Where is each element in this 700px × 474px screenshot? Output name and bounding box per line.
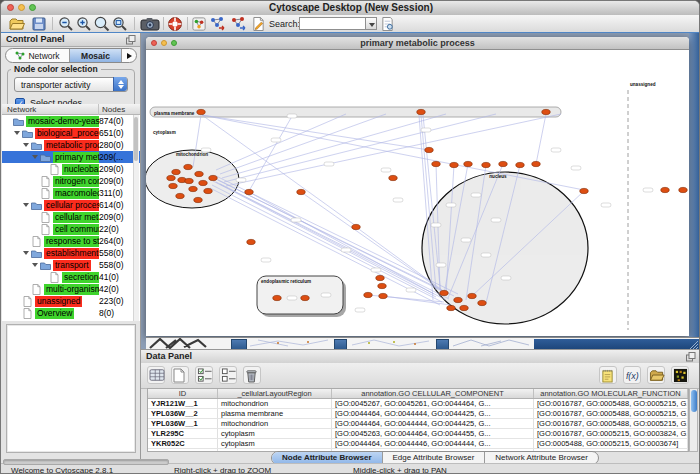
resize-grip-icon[interactable]	[688, 339, 700, 349]
float-panel-icon[interactable]	[686, 352, 696, 362]
graph-node[interactable]	[425, 147, 433, 152]
export-network-icon[interactable]	[230, 16, 248, 32]
annotation-icon[interactable]	[252, 16, 265, 32]
background-window-titlebar[interactable]	[334, 339, 347, 349]
graph-node[interactable]	[499, 161, 507, 166]
search-input[interactable]	[299, 17, 367, 30]
help-icon[interactable]	[167, 16, 183, 32]
open-attributes-icon[interactable]	[647, 366, 665, 384]
background-window-titlebar[interactable]	[231, 339, 247, 349]
tree-row[interactable]: cell communicat22(0)	[2, 223, 140, 235]
zoom-in-icon[interactable]	[76, 16, 92, 32]
graph-node[interactable]	[679, 187, 687, 192]
search-options-icon[interactable]	[381, 16, 394, 32]
tree-row[interactable]: cellular process614(0)	[2, 199, 140, 211]
tree-row[interactable]: unassigned223(0)	[2, 295, 140, 307]
graph-node[interactable]	[532, 161, 540, 166]
delete-attribute-icon[interactable]	[243, 366, 261, 384]
tree-row[interactable]: transport558(0)	[2, 259, 140, 271]
tree-row[interactable]: primary metabo209(...	[2, 151, 140, 163]
tree-row[interactable]: secretion41(0)	[2, 271, 140, 283]
graph-node[interactable]	[195, 171, 203, 176]
graph-node[interactable]	[352, 224, 360, 229]
graph-node[interactable]	[542, 109, 550, 114]
import-attributes-icon[interactable]	[599, 366, 617, 384]
tree-col-nodes[interactable]: Nodes	[102, 105, 125, 114]
zoom-selected-icon[interactable]	[94, 16, 110, 32]
tree-row[interactable]: mosaic-demo-yeast874(0)	[2, 115, 140, 127]
graph-node[interactable]	[199, 180, 207, 185]
tree-col-network[interactable]: Network	[7, 105, 36, 114]
tree-row[interactable]: Overview8(0)	[2, 307, 140, 319]
graph-node[interactable]	[273, 295, 281, 300]
tree-row[interactable]: nucleobase-209(0)	[2, 163, 140, 175]
table-row[interactable]: YPL036W__1mitochondrion[GO:0044464, GO:0…	[148, 419, 688, 429]
graph-node[interactable]	[580, 188, 588, 193]
graph-node[interactable]	[301, 295, 309, 300]
background-windows-strip[interactable]	[146, 337, 700, 349]
tree-row[interactable]: response to stimul264(0)	[2, 235, 140, 247]
attribute-table-icon[interactable]	[147, 366, 165, 384]
graph-node[interactable]	[167, 175, 175, 180]
graph-node[interactable]	[389, 175, 397, 180]
graph-node[interactable]	[204, 188, 212, 193]
graph-node[interactable]	[478, 300, 486, 305]
tree-row[interactable]: establishment of lo558(0)	[2, 247, 140, 259]
graph-node[interactable]	[194, 197, 202, 202]
attribute-table[interactable]: ID_cellularLayoutRegionannotation.GO CEL…	[147, 388, 689, 452]
graph-node[interactable]	[432, 161, 440, 166]
table-row[interactable]: YLR295Ccytoplasm[GO:0045263, GO:0044464,…	[148, 429, 688, 439]
graph-node[interactable]	[376, 275, 384, 280]
table-row[interactable]: YKR052Ccytoplasm[GO:0044464, GO:0044446,…	[148, 439, 688, 449]
graph-node[interactable]	[176, 193, 184, 198]
graph-node[interactable]	[245, 189, 253, 194]
function-builder-icon[interactable]: f(x)	[623, 366, 641, 384]
table-column-header[interactable]: annotation.GO CELLULAR_COMPONENT	[332, 389, 534, 398]
graph-node[interactable]	[460, 305, 468, 310]
open-icon[interactable]	[9, 16, 25, 32]
graph-node[interactable]	[197, 109, 205, 114]
tab-mosaic[interactable]: Mosaic	[70, 49, 122, 62]
apply-layout-icon[interactable]	[192, 16, 206, 32]
tree-row[interactable]: macromolecule311(0)	[2, 187, 140, 199]
network-view-window[interactable]: primary metabolic process plasma membran…	[146, 37, 689, 336]
graph-node[interactable]	[185, 178, 193, 183]
table-scrollbar-thumb[interactable]	[691, 390, 697, 412]
graph-node[interactable]	[172, 169, 180, 174]
graph-node[interactable]	[247, 239, 255, 244]
birdseye-view[interactable]	[6, 324, 136, 453]
tree-row[interactable]: nitrogen compo209(0)	[2, 175, 140, 187]
graph-node[interactable]	[184, 164, 192, 169]
graph-node[interactable]	[450, 162, 458, 167]
graph-node[interactable]	[189, 186, 197, 191]
tree-row[interactable]: biological_process651(0)	[2, 127, 140, 139]
tree-row[interactable]: multi-organism pro42(0)	[2, 283, 140, 295]
graph-node[interactable]	[417, 109, 425, 114]
background-window-titlebar[interactable]	[436, 339, 449, 349]
new-attribute-icon[interactable]	[171, 366, 189, 384]
tab-network[interactable]: Network	[6, 49, 70, 62]
tree-header[interactable]: Network Nodes	[2, 104, 140, 115]
node-color-dropdown[interactable]: transporter activity	[14, 77, 128, 92]
tree-row[interactable]: cellular metabo209(0)	[2, 211, 140, 223]
network-canvas[interactable]: plasma membrane cytoplasm mitochondrion …	[146, 50, 689, 336]
graph-node[interactable]	[378, 283, 386, 288]
import-network-icon[interactable]	[209, 16, 227, 32]
graph-node[interactable]	[297, 189, 305, 194]
background-window-titlebar[interactable]	[534, 339, 700, 349]
color-matrix-icon[interactable]	[671, 366, 689, 384]
tab-overflow-arrow-icon[interactable]	[122, 49, 136, 62]
tree-row[interactable]: metabolic process280(0)	[2, 139, 140, 151]
graph-node[interactable]	[454, 297, 462, 302]
table-row[interactable]: YJR121W__1mitochondrion[GO:0045267, GO:0…	[148, 399, 688, 409]
table-column-header[interactable]: _cellularLayoutRegion	[218, 389, 332, 398]
graph-node[interactable]	[379, 293, 387, 298]
graph-node[interactable]	[661, 187, 669, 192]
zoom-fit-icon[interactable]	[112, 16, 128, 32]
zoom-out-icon[interactable]	[58, 16, 74, 32]
graph-node[interactable]	[209, 175, 217, 180]
table-column-header[interactable]: annotation.GO MOLECULAR_FUNCTION	[534, 389, 688, 398]
save-icon[interactable]	[31, 16, 47, 32]
tree-scrollbar-thumb[interactable]	[134, 117, 138, 161]
graph-node[interactable]	[440, 290, 448, 295]
